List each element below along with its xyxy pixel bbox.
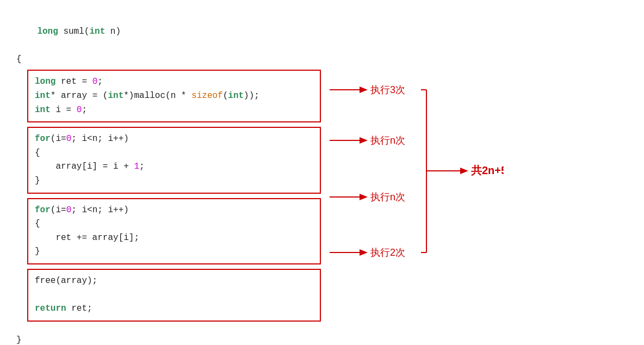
page-container: long suml(int n) { long ret = 0; int* ar… <box>16 11 628 345</box>
annotations-diagram: 执行3次 执行n次 执行n次 执行2次 共2n+5次 <box>330 70 504 334</box>
svg-text:执行n次: 执行n次 <box>370 192 405 202</box>
svg-text:执行n次: 执行n次 <box>370 135 405 146</box>
annotations-svg: 执行3次 执行n次 执行n次 执行2次 共2n+5次 <box>330 70 504 331</box>
header-line2: { <box>16 53 628 67</box>
svg-text:执行3次: 执行3次 <box>370 84 405 95</box>
svg-text:共2n+5次: 共2n+5次 <box>471 164 504 176</box>
svg-marker-5 <box>360 194 368 200</box>
svg-marker-1 <box>360 87 368 93</box>
svg-text:执行2次: 执行2次 <box>370 247 405 258</box>
svg-marker-7 <box>360 249 368 256</box>
svg-marker-14 <box>460 168 468 174</box>
code-block-2: for(i=0; i<n; i++) { array[i] = i + 1; } <box>27 127 321 193</box>
code-block-4: free(array); return ret; <box>27 269 321 322</box>
code-block-3: for(i=0; i<n; i++) { ret += array[i]; } <box>27 198 321 264</box>
code-block-1: long ret = 0; int* array = (int*)malloc(… <box>27 70 321 122</box>
footer-line: } <box>16 334 628 345</box>
svg-marker-3 <box>360 137 368 144</box>
code-blocks: long ret = 0; int* array = (int*)malloc(… <box>27 70 321 321</box>
header-line1: long suml(int n) <box>16 11 628 53</box>
